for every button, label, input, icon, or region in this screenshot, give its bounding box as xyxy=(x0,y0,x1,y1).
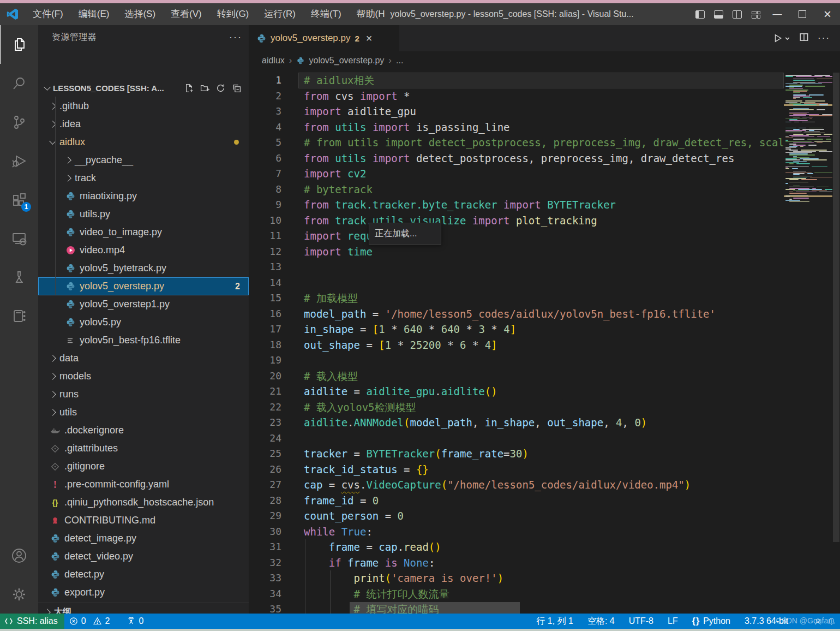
code-line-33[interactable]: 33 print('camera is over!') xyxy=(249,570,784,586)
tree-item-detect-video-py[interactable]: detect_video.py xyxy=(38,547,249,565)
tree-item-miaotixing-py[interactable]: miaotixing.py xyxy=(38,187,249,205)
breadcrumb-file[interactable]: yolov5_overstep.py xyxy=(309,56,384,66)
testing-icon[interactable] xyxy=(0,258,38,296)
tree-item-yolov5-overstep-py[interactable]: yolov5_overstep.py2 xyxy=(38,277,249,295)
close-button[interactable]: × xyxy=(815,3,840,25)
code-line-18[interactable]: 18out_shape = [1 * 25200 * 6 * 4] xyxy=(249,337,784,353)
line-number[interactable]: 35 xyxy=(249,602,304,614)
line-number[interactable]: 27 xyxy=(249,477,304,493)
code-line-1[interactable]: 1# aidlux相关 xyxy=(249,73,784,88)
code-line-17[interactable]: 17in_shape = [1 * 640 * 640 * 3 * 4] xyxy=(249,322,784,337)
line-number[interactable]: 9 xyxy=(249,197,304,213)
minimap[interactable] xyxy=(784,73,832,610)
menu-item-0[interactable]: 文件(F) xyxy=(25,3,71,25)
line-number[interactable]: 14 xyxy=(249,275,304,291)
menu-item-5[interactable]: 运行(R) xyxy=(256,3,303,25)
toggle-sidebar-icon[interactable] xyxy=(691,3,709,25)
breadcrumb-folder[interactable]: aidlux xyxy=(262,56,285,66)
code-line-34[interactable]: 34 # 统计打印人数流量 xyxy=(249,586,784,602)
toggle-secondary-sidebar-icon[interactable] xyxy=(728,3,746,25)
line-number[interactable]: 19 xyxy=(249,353,304,368)
code-line-6[interactable]: 6from utils import detect_postprocess, p… xyxy=(249,151,784,166)
code-line-25[interactable]: 25tracker = BYTETracker(frame_rate=30) xyxy=(249,446,784,462)
sidebar-more-actions-icon[interactable]: ··· xyxy=(229,32,242,43)
tree-item-contributing-md[interactable]: CONTRIBUTING.md xyxy=(38,511,249,529)
tree-item--idea[interactable]: .idea xyxy=(38,115,249,133)
line-number[interactable]: 1 xyxy=(249,73,304,88)
minimize-button[interactable]: — xyxy=(765,3,790,25)
remote-indicator[interactable]: SSH: alias xyxy=(0,614,64,629)
tree-item-utils-py[interactable]: utils.py xyxy=(38,205,249,223)
tree-item-yolov5-bytetrack-py[interactable]: yolov5_bytetrack.py xyxy=(38,259,249,277)
line-number[interactable]: 23 xyxy=(249,415,304,431)
code-line-10[interactable]: 10from track.utils.visualize import plot… xyxy=(249,213,784,229)
customize-layout-icon[interactable] xyxy=(746,3,765,25)
language-mode[interactable]: {} Python xyxy=(687,616,735,626)
code-line-22[interactable]: 22# 载入yolov5检测模型 xyxy=(249,400,784,415)
code-line-11[interactable]: 11import requests xyxy=(249,228,784,244)
new-folder-icon[interactable] xyxy=(200,84,209,93)
tree-item--github[interactable]: .github xyxy=(38,97,249,115)
tree-item-aidlux[interactable]: aidlux xyxy=(38,133,249,151)
line-number[interactable]: 17 xyxy=(249,322,304,337)
code-line-30[interactable]: 30while True: xyxy=(249,524,784,540)
collapse-all-icon[interactable] xyxy=(232,84,241,93)
menu-item-2[interactable]: 选择(S) xyxy=(117,3,163,25)
outline-section[interactable]: 大纲 xyxy=(38,603,249,614)
line-number[interactable]: 28 xyxy=(249,493,304,509)
tree-item-video-to-image-py[interactable]: video_to_image.py xyxy=(38,223,249,241)
menu-item-3[interactable]: 查看(V) xyxy=(163,3,209,25)
code-line-21[interactable]: 21aidlite = aidlite_gpu.aidlite() xyxy=(249,384,784,400)
explorer-icon[interactable] xyxy=(0,25,39,64)
run-debug-icon[interactable] xyxy=(0,141,38,180)
code-line-26[interactable]: 26track_id_status = {} xyxy=(249,462,784,478)
line-number[interactable]: 3 xyxy=(249,104,304,120)
code-line-23[interactable]: 23aidlite.ANNModel(model_path, in_shape,… xyxy=(249,415,784,431)
line-number[interactable]: 7 xyxy=(249,166,304,182)
line-number[interactable]: 11 xyxy=(249,228,304,244)
tree-item-yolov5-overstep1-py[interactable]: yolov5_overstep1.py xyxy=(38,295,249,313)
line-number[interactable]: 18 xyxy=(249,337,304,353)
tree-item--gitattributes[interactable]: .gitattributes xyxy=(38,439,249,457)
search-icon[interactable] xyxy=(0,64,38,103)
line-number[interactable]: 4 xyxy=(249,120,304,135)
line-number[interactable]: 22 xyxy=(249,400,304,415)
tree-item-export-py[interactable]: export.py xyxy=(38,584,249,602)
code-line-12[interactable]: 12import time xyxy=(249,244,784,260)
ports-indicator[interactable]: 0 xyxy=(122,616,149,626)
indentation[interactable]: 空格: 4 xyxy=(583,616,620,627)
line-number[interactable]: 20 xyxy=(249,368,304,384)
problems-indicator[interactable]: 0 2 xyxy=(64,616,115,626)
tree-item--dockerignore[interactable]: .dockerignore xyxy=(38,421,249,439)
line-number[interactable]: 24 xyxy=(249,431,304,447)
code-line-35[interactable]: 35 # 填写对应的喵码 xyxy=(249,602,784,614)
code-line-2[interactable]: 2from cvs import * xyxy=(249,88,784,104)
code-line-7[interactable]: 7import cv2 xyxy=(249,166,784,182)
tree-item-yolov5-py[interactable]: yolov5.py xyxy=(38,313,249,331)
tree-item-track[interactable]: track xyxy=(38,169,249,187)
cursor-position[interactable]: 行 1, 列 1 xyxy=(531,616,578,627)
code-editor[interactable]: 1# aidlux相关2from cvs import *3import aid… xyxy=(249,69,784,614)
code-line-20[interactable]: 20# 载入模型 xyxy=(249,368,784,384)
menu-item-4[interactable]: 转到(G) xyxy=(209,3,257,25)
breadcrumb-symbol[interactable]: ... xyxy=(396,56,403,66)
tab-close-icon[interactable]: × xyxy=(366,32,373,45)
line-number[interactable]: 30 xyxy=(249,524,304,540)
split-editor-icon[interactable] xyxy=(799,32,809,44)
line-number[interactable]: 21 xyxy=(249,384,304,400)
code-line-27[interactable]: 27cap = cvs.VideoCapture("/home/lesson5_… xyxy=(249,477,784,493)
line-number[interactable]: 13 xyxy=(249,259,304,275)
code-line-9[interactable]: 9from track.tracker.byte_tracker import … xyxy=(249,197,784,213)
code-line-5[interactable]: 5# from utils import detect_postprocess,… xyxy=(249,135,784,151)
extensions-icon[interactable]: 1 xyxy=(0,180,38,219)
line-number[interactable]: 25 xyxy=(249,446,304,462)
code-line-8[interactable]: 8# bytetrack xyxy=(249,182,784,198)
code-line-32[interactable]: 32 if frame is None: xyxy=(249,555,784,571)
more-actions-icon[interactable]: ··· xyxy=(818,33,830,44)
code-line-4[interactable]: 4from utils import is_passing_line xyxy=(249,120,784,135)
tree-item--gitignore[interactable]: .gitignore xyxy=(38,457,249,475)
code-line-19[interactable]: 19 xyxy=(249,353,784,368)
line-number[interactable]: 33 xyxy=(249,570,304,586)
line-number[interactable]: 29 xyxy=(249,508,304,524)
eol-sequence[interactable]: LF xyxy=(663,616,683,626)
